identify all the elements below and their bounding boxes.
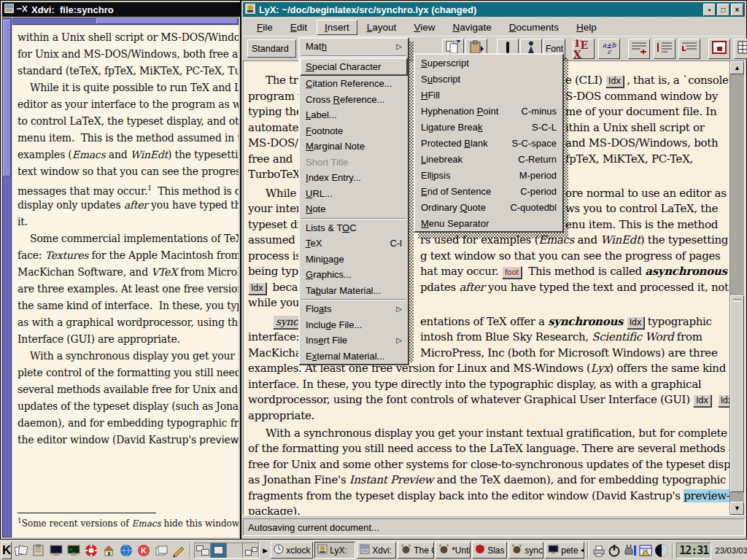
hscrollbar-thumb[interactable] [96,18,238,24]
insert-menu-item-include-file[interactable]: Include File... [300,317,408,333]
tex-mode-button[interactable]: TEX [573,39,595,59]
insert-menu-item-tabular-material[interactable]: Tabular Material... [300,283,408,299]
insert-menu-item-math[interactable]: Math▷ [300,39,408,55]
special-character-menu-item-ellipsis[interactable]: EllipsisM-period [415,167,562,183]
layout-selector[interactable]: Standard [247,39,296,58]
insert-menu-item-footnote[interactable]: Footnote [300,123,408,139]
task-button-xclock[interactable]: xclock [271,542,313,559]
task-button-sync[interactable]: sync [508,542,543,559]
footnote-inset[interactable]: foot [502,266,522,279]
taskbar-date[interactable]: 23/03/03 [713,546,747,555]
menu-layout[interactable]: Layout [359,20,405,35]
printer-tray-icon[interactable] [592,544,606,557]
insert-menu-item-graphics[interactable]: Graphics... [300,267,408,283]
insert-menu-item-url[interactable]: URL... [300,186,408,202]
dialup-tray-icon[interactable] [622,544,637,557]
index-inset[interactable]: Idx [693,394,711,407]
launcher-files-icon[interactable] [153,542,169,559]
task-button-xdvi[interactable]: Xdvi: [357,542,396,559]
insert-footnote-button[interactable] [628,39,650,59]
lyx-titlebar[interactable]: LyX: ~/doc/beginlatex/src/synchro.lyx (c… [243,2,745,17]
close-button[interactable]: × [731,4,743,16]
menu-view[interactable]: View [406,20,443,35]
minimize-button[interactable]: ▪ [703,4,716,16]
special-character-menu-item-hfill[interactable]: HFill [415,87,562,103]
menu-edit[interactable]: Edit [282,20,315,35]
xdvi-hscrollbar[interactable] [12,18,239,25]
panel-arrow-icon[interactable]: ▶ [261,547,269,554]
insert-table-button[interactable] [734,39,747,59]
task-overflow-arrow-icon[interactable]: ◀ [581,547,585,553]
launcher-help-icon[interactable] [83,542,99,559]
insert-menu-item-cross-reference[interactable]: Cross Reference... [300,92,408,108]
taskbar-clock[interactable]: 12:31 [676,542,711,559]
insert-menu-item-index-entry[interactable]: Index Entry... [300,170,408,186]
task-button-theg[interactable]: The G [398,542,434,559]
insert-menu-item-short-title[interactable]: Short Title [300,155,408,171]
xdvi-titlebar[interactable]: Xdvi: file:synchro [2,2,240,17]
launcher-desktop-icon[interactable] [31,542,47,559]
insert-menu-item-lists-toc[interactable]: Lists & TOC [300,220,408,236]
scrollbar-thumb[interactable] [730,295,744,492]
menu-documents[interactable]: Documents [501,20,567,35]
organizer-tray-icon[interactable] [638,544,653,557]
xdvi-text-line: for Unix and MS-DOS/Windows, both free a… [18,46,239,63]
insert-figure-button[interactable] [708,39,730,59]
special-character-menu-item-ligature-break[interactable]: Ligature BreakS-C-L [415,119,562,135]
special-character-menu-item-superscript[interactable]: Superscript [415,55,562,71]
menu-navigate[interactable]: Navigate [444,20,499,35]
launcher-terminal-icon[interactable] [48,542,64,559]
menu-help[interactable]: Help [568,20,605,35]
maximize-button[interactable]: □ [717,4,729,16]
pager-desktop-3[interactable] [227,543,243,558]
desktop-pager[interactable] [194,542,260,559]
scroll-down-icon[interactable]: ▼ [730,502,744,515]
insert-menu-item-note[interactable]: Note [300,201,408,217]
math-mode-button[interactable]: a+bc [598,39,620,59]
index-inset[interactable]: Idx [248,282,266,295]
insert-menu-item-insert-file[interactable]: Insert File▷ [300,332,408,349]
menu-file[interactable]: File [249,20,281,35]
pager-desktop-1[interactable] [195,543,211,558]
insert-menu-item-citation-reference[interactable]: Citation Reference... [300,76,408,92]
change-depth-button[interactable] [678,39,700,59]
pager-desktop-2[interactable] [211,543,227,558]
scroll-up-icon[interactable]: ▲ [730,61,744,74]
insert-menu-item-external-material[interactable]: External Material... [300,349,408,365]
launcher-browser-icon[interactable] [118,542,134,559]
doc-scrollbar[interactable]: ▲ ▼ [729,61,744,515]
task-button-lyx[interactable]: LyX: [314,542,355,559]
insert-menu-item-special-character[interactable]: Special Character [300,58,408,77]
vscrollbar-thumb[interactable] [3,20,11,176]
insert-menu-item-marginal-note[interactable]: Marginal Note [300,139,408,155]
index-inset[interactable]: Idx [627,316,645,329]
special-character-menu-item-linebreak[interactable]: LinebreakC-Return [415,151,562,167]
special-character-menu-item-ordinary-quote[interactable]: Ordinary QuoteC-quotedbl [415,199,562,215]
launcher-window-list-icon[interactable] [13,542,29,559]
task-button-pete[interactable]: pete◀ [545,542,584,559]
task-button-slas[interactable]: Slas [472,542,507,559]
insert-menu-item-minipage[interactable]: Minipage [300,252,408,268]
launcher-konsole-icon[interactable]: >_ [66,542,82,559]
launcher-kde-help-icon[interactable]: K [136,542,152,559]
index-inset[interactable]: Idx [605,75,624,88]
special-character-menu-item-menu-separator[interactable]: Menu Separator [415,215,562,231]
pager-desktop-4[interactable] [243,543,259,558]
special-character-menu-item-protected-blank[interactable]: Protected BlankS-C-space [415,135,562,151]
insert-menu-item-floats[interactable]: Floats▷ [300,301,408,317]
insert-menu-item-label[interactable]: Label... [300,107,408,123]
text: examples ( [18,149,72,160]
insert-menu-item-tex[interactable]: TeXC-l [300,236,408,252]
task-button-unti[interactable]: *Unti [436,542,471,559]
menu-insert[interactable]: Insert [317,20,357,35]
k-menu-button[interactable]: K [1,542,12,559]
special-character-menu-item-subscript[interactable]: Subscript [415,71,562,87]
special-character-menu-item-end-of-sentence[interactable]: End of SentenceC-period [415,183,562,199]
special-character-menu-item-hyphenation-point[interactable]: Hyphenation PointC-minus [415,103,562,119]
moon-phase-tray-icon[interactable] [654,543,669,558]
xdvi-vscrollbar[interactable] [2,18,12,537]
logout-tray-icon[interactable] [608,544,621,557]
launcher-home-icon[interactable] [101,542,117,559]
launcher-editor-icon[interactable] [171,542,187,559]
insert-margin-note-button[interactable] [654,39,676,59]
